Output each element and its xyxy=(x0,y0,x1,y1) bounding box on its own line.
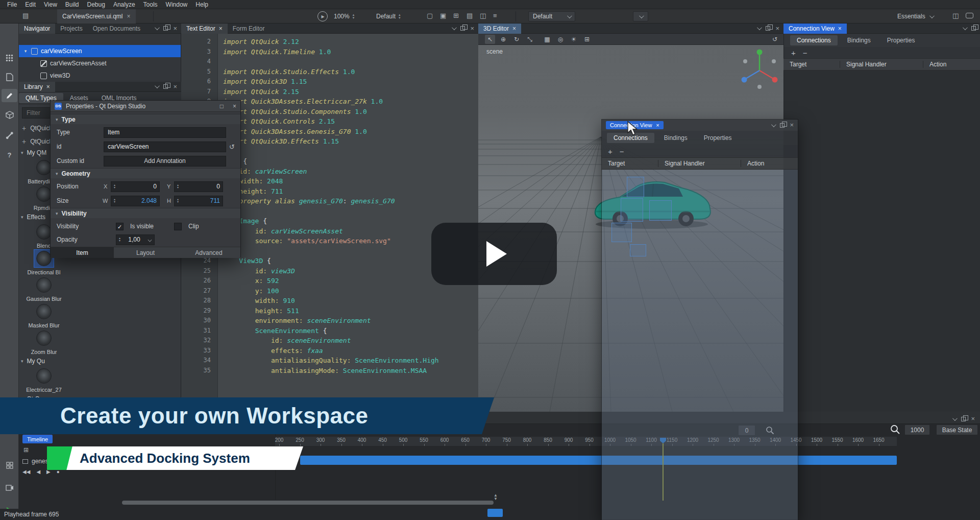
remove-connection-button[interactable]: − xyxy=(620,148,624,155)
tab-text-editor[interactable]: Text Editor × xyxy=(181,23,228,34)
add-connection-button[interactable]: + xyxy=(608,148,612,155)
undock-icon[interactable] xyxy=(780,123,785,128)
wireframe-toggle-icon[interactable]: ▣ xyxy=(440,12,446,19)
is-visible-checkbox[interactable]: ✓ xyxy=(116,223,124,230)
tab-advanced[interactable]: Advanced xyxy=(177,247,240,258)
menu-window[interactable]: Window xyxy=(162,0,192,9)
menu-edit[interactable]: Edit xyxy=(21,0,40,9)
menu-view[interactable]: View xyxy=(40,0,61,9)
code-content[interactable]: import QtQuick 2.12import QtQuick.Timeli… xyxy=(223,37,478,375)
maximize-icon[interactable]: □ xyxy=(220,103,224,110)
previous-frame-icon[interactable]: ◀ xyxy=(36,469,40,475)
collapse-handle[interactable]: ▲▼ xyxy=(488,493,503,501)
document-icon[interactable] xyxy=(0,70,19,84)
help-icon[interactable]: ? xyxy=(0,148,19,161)
stepper-icon[interactable]: ▴▾ xyxy=(399,13,401,19)
chevron-down-icon[interactable] xyxy=(952,416,958,421)
chevron-down-icon[interactable] xyxy=(771,122,776,127)
chevron-down-icon[interactable] xyxy=(757,25,762,30)
width-spinbox[interactable]: ▴▾ 2.048 xyxy=(111,196,160,206)
tab-connections[interactable]: Connections xyxy=(790,35,838,45)
select-tool-icon[interactable]: ↖ xyxy=(485,35,495,44)
opacity-spinbox[interactable]: ▴▾ 1,00 xyxy=(116,234,155,245)
reset-icon[interactable]: ↺ xyxy=(229,143,235,151)
undock-icon[interactable] xyxy=(460,26,465,31)
zoom-control[interactable]: 100% ▴▾ xyxy=(334,11,354,21)
tab-connection-view[interactable]: Connection View × xyxy=(783,23,847,34)
undock-icon[interactable] xyxy=(163,84,168,89)
axis-gizmo[interactable] xyxy=(739,47,780,92)
menu-tools[interactable]: Tools xyxy=(139,0,162,9)
chat-icon[interactable] xyxy=(966,13,973,18)
state-selector[interactable]: Default ▴▾ xyxy=(376,11,401,21)
sidebar-toggle-icon[interactable]: ▤ xyxy=(22,12,29,19)
document-tab[interactable]: CarViewScreen.ui.qml × xyxy=(57,9,136,23)
layout-panels-icon[interactable]: ◫ xyxy=(952,12,959,19)
menu-file[interactable]: File xyxy=(3,0,21,9)
keyframes-grid-icon[interactable] xyxy=(0,459,19,472)
tab-timeline[interactable]: Timeline xyxy=(22,435,53,443)
camera-toggle-icon[interactable]: ⊞ xyxy=(582,35,592,44)
move-tool-icon[interactable]: ⊕ xyxy=(498,35,508,44)
chevron-down-icon[interactable] xyxy=(452,25,457,30)
close-icon[interactable]: × xyxy=(775,26,779,31)
chevron-down-icon[interactable] xyxy=(155,83,160,88)
close-icon[interactable]: × xyxy=(127,13,131,20)
timeline-ruler[interactable]: 2002503003504004505005506006507007508008… xyxy=(275,437,897,446)
library-item-masked-blur[interactable]: Masked Blur xyxy=(21,302,67,329)
rotate-tool-icon[interactable]: ↻ xyxy=(511,35,522,44)
menu-build[interactable]: Build xyxy=(61,0,83,9)
close-icon[interactable]: × xyxy=(233,103,236,110)
scene-node-label[interactable]: scene xyxy=(486,48,503,55)
close-icon[interactable]: × xyxy=(470,26,474,31)
rows-view-icon[interactable]: ▤ xyxy=(467,12,473,19)
grid-toggle-icon[interactable]: ▦ xyxy=(542,35,552,44)
close-icon[interactable]: × xyxy=(656,122,659,128)
bounds-toggle-icon[interactable]: ▢ xyxy=(427,12,433,19)
close-icon[interactable]: × xyxy=(173,26,177,31)
style-combo[interactable]: Default xyxy=(528,11,575,21)
highlight-toggle-icon[interactable]: ◎ xyxy=(555,35,566,44)
close-icon[interactable]: × xyxy=(790,123,794,128)
tab-bindings[interactable]: Bindings xyxy=(841,35,877,45)
edit-pencil-icon[interactable] xyxy=(2,89,17,102)
chevron-down-icon[interactable] xyxy=(155,25,160,30)
tab-properties[interactable]: Properties xyxy=(697,133,739,143)
remove-connection-button[interactable]: − xyxy=(803,49,807,57)
height-spinbox[interactable]: ▴▾ 711 xyxy=(174,196,223,206)
menu-help[interactable]: Help xyxy=(191,0,212,9)
type-field[interactable]: Item xyxy=(104,127,226,138)
clip-checkbox[interactable] xyxy=(174,223,182,230)
chevron-down-icon[interactable] xyxy=(963,25,968,30)
stepper-icon[interactable]: ▴▾ xyxy=(353,13,355,19)
tab-library[interactable]: Library × xyxy=(19,82,55,92)
id-input[interactable] xyxy=(104,141,226,152)
connection-table-body[interactable] xyxy=(602,170,798,520)
components-icon[interactable] xyxy=(0,108,19,122)
tab-navigator[interactable]: Navigator xyxy=(19,23,55,34)
library-item-gaussian-blur[interactable]: Gaussian Blur xyxy=(21,276,67,302)
tab-form-editor[interactable]: Form Editor xyxy=(228,23,270,34)
dialog-titlebar[interactable]: DS Properties - Qt Design Studio □ × xyxy=(51,101,240,112)
scale-tool-icon[interactable]: ⤡ xyxy=(525,35,535,44)
library-item-zoom-blur[interactable]: Zoom Blur xyxy=(21,329,67,356)
tab-bindings[interactable]: Bindings xyxy=(657,133,694,143)
kit-selector[interactable]: Essentials xyxy=(897,11,933,21)
run-preview-icon[interactable]: ▶ xyxy=(317,11,328,21)
section-geometry[interactable]: ▾ Geometry xyxy=(51,168,240,178)
close-icon[interactable]: × xyxy=(219,25,223,32)
undock-icon[interactable] xyxy=(163,26,168,31)
close-icon[interactable]: × xyxy=(173,84,177,89)
floating-connection-view[interactable]: Connection View × × ConnectionsBindingsP… xyxy=(601,119,798,520)
tab-item[interactable]: Item xyxy=(51,247,114,258)
tab-open-documents[interactable]: Open Documents xyxy=(88,23,145,34)
film-camera-icon[interactable] xyxy=(0,481,19,494)
tab-projects[interactable]: Projects xyxy=(55,23,87,34)
tree-item-view3d[interactable]: view3D xyxy=(19,69,181,82)
wrench-icon[interactable] xyxy=(0,129,19,142)
tab-properties[interactable]: Properties xyxy=(880,35,922,45)
undock-icon[interactable] xyxy=(961,417,966,421)
horizontal-scrollbar[interactable] xyxy=(122,501,494,505)
base-state-button[interactable]: Base State xyxy=(936,424,978,435)
tree-item-carviewscreenasset[interactable]: carViewScreenAsset xyxy=(19,57,181,69)
